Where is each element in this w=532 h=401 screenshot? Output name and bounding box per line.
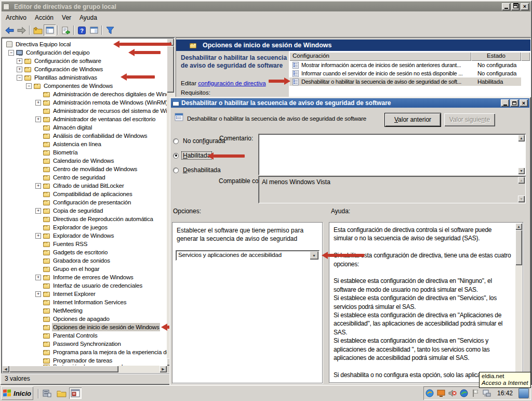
tree-item-label[interactable]: Compatibilidad de aplicaciones [52, 190, 134, 198]
tree-expander-icon[interactable]: − [26, 83, 32, 89]
tree-item-label[interactable]: Análisis de confiabilidad de Windows [52, 132, 148, 140]
tree-item[interactable]: Compatibilidad de aplicaciones [2, 190, 167, 198]
network-globe-icon[interactable] [460, 389, 469, 398]
tree-item[interactable]: + Internet Explorer [2, 290, 167, 298]
tree-hscroll-thumb[interactable] [9, 366, 118, 372]
tree-item[interactable]: Programa para la mejora de la experienci… [2, 348, 167, 356]
tree-item[interactable]: − Componentes de Windows [2, 82, 167, 90]
tree-item[interactable]: Grabadora de sonidos [2, 256, 167, 265]
tree-item-label[interactable]: Explorador de Windows [52, 231, 115, 240]
edit-policy-link[interactable]: configuración de directiva [198, 80, 265, 86]
tree-expander-icon[interactable]: + [35, 275, 41, 280]
tree-item-label[interactable]: Internet Explorer [52, 290, 97, 298]
tree-item[interactable]: Interfaz de usuario de credenciales [2, 281, 167, 290]
tree-item[interactable]: + Configuración de software [2, 57, 167, 65]
policy-name[interactable]: Deshabilitar o habilitar la secuencia de… [301, 79, 473, 85]
tree-item-label[interactable]: Copia de seguridad [52, 206, 104, 215]
tree-item-label[interactable]: Gadgets de escritorio [52, 248, 109, 256]
tree-item-label[interactable]: Administración de derechos digitales de … [52, 90, 167, 98]
tree-item[interactable]: Password Synchronization [2, 340, 167, 348]
dialog-minimize-button[interactable] [501, 99, 509, 107]
next-setting-button[interactable]: Valor siguiente [444, 113, 495, 126]
column-estado[interactable]: Estado [471, 52, 521, 61]
radio-option[interactable]: No configurada [173, 137, 226, 145]
tree-item[interactable]: Fuentes RSS [2, 240, 167, 248]
help-scroll-thumb[interactable] [515, 230, 522, 265]
dialog-maximize-button[interactable] [510, 99, 518, 107]
policy-list-row[interactable]: Deshabilitar o habilitar la secuencia de… [289, 77, 521, 86]
tree-item-label[interactable]: Interfaz de usuario de credenciales [52, 281, 143, 290]
radio-option[interactable]: Deshabilitada [173, 166, 222, 174]
tree-item-label[interactable]: Almacén digital [52, 123, 93, 132]
tree-expander-icon[interactable]: + [35, 208, 41, 214]
dialog-close-button[interactable]: × [520, 99, 528, 107]
show-tree-icon[interactable] [32, 24, 44, 36]
scroll-right-icon[interactable]: ▶ [159, 366, 167, 372]
tree-item[interactable]: + Configuración de Windows [2, 65, 167, 73]
radio-label[interactable]: No configurada [182, 137, 226, 145]
tree-item[interactable]: Almacén digital [2, 123, 167, 132]
comment-textarea[interactable]: ▲ ▼ [258, 134, 526, 175]
tree-expander-icon[interactable]: + [35, 233, 41, 239]
tree-item-label[interactable]: Programa para la mejora de la experienci… [52, 348, 167, 356]
tree-item-label[interactable]: Administración remota de Windows (WinRM) [52, 98, 167, 107]
tree-item[interactable]: Opciones de apagado [2, 315, 167, 323]
tree-item-label[interactable]: Calendario de Windows [52, 157, 115, 165]
tree-item-label[interactable]: Configuración del equipo [25, 48, 90, 57]
tree-item[interactable]: Biometría [2, 148, 167, 157]
extended-view-icon[interactable] [88, 24, 100, 36]
tree-item[interactable]: Asistencia en línea [2, 140, 167, 148]
tree-item-label[interactable]: Password Synchronization [52, 340, 122, 348]
minimize-button[interactable] [502, 3, 510, 10]
tree-item-label[interactable]: Directivas de Reproducción automática [52, 215, 154, 223]
tree-item[interactable]: Análisis de confiabilidad de Windows [2, 132, 167, 140]
sas-dropdown[interactable]: Servicios y aplicaciones de accesibilida… [176, 250, 320, 261]
tree-item-label[interactable]: Asistencia en línea [52, 140, 102, 148]
tree-item-label[interactable]: Directiva Equipo local [15, 40, 72, 48]
tree-item[interactable]: Administración de derechos digitales de … [2, 90, 167, 98]
tree-item-label[interactable]: Centro de seguridad [52, 173, 106, 182]
tree-item-label[interactable]: Grupo en el hogar [52, 265, 100, 273]
tree-item[interactable]: + Copia de seguridad [2, 206, 167, 215]
tree-item[interactable]: Administrador de recursos del sistema de… [2, 107, 167, 115]
tree-item[interactable]: Gadgets de escritorio [2, 248, 167, 256]
menu-archivo[interactable]: Archivo [2, 13, 31, 22]
tree-expander-icon[interactable]: + [35, 291, 41, 297]
help-icon[interactable]: ? [76, 24, 88, 36]
tree-expander-icon[interactable]: + [35, 117, 41, 122]
tree-item-label[interactable]: Parental Controls [52, 331, 98, 340]
taskbar-clock[interactable]: 16:42 [494, 390, 516, 397]
tree-item[interactable]: NetMeeting [2, 306, 167, 315]
tree-item[interactable]: Opciones de inicio de sesión de Windows [2, 323, 167, 331]
menu-accion[interactable]: Acción [31, 13, 58, 22]
menu-ver[interactable]: Ver [58, 13, 75, 22]
tree-expander-icon[interactable]: − [17, 75, 22, 81]
tree-item[interactable]: + Explorador de Windows [2, 231, 167, 240]
tree-expander-icon[interactable]: + [35, 183, 41, 189]
back-icon[interactable] [4, 24, 16, 36]
radio-option[interactable]: Habilitada [173, 152, 211, 159]
tree-item[interactable]: Centro de seguridad [2, 173, 167, 182]
previous-setting-button[interactable]: Valor anterior [385, 113, 441, 126]
tree-item-label[interactable]: Plantillas administrativas [33, 73, 98, 82]
flag-icon[interactable] [471, 389, 480, 398]
tree-item[interactable]: Configuración de presentación [2, 198, 167, 206]
column-configuracion[interactable]: Configuración [289, 52, 471, 61]
tree-item-label[interactable]: NetMeeting [52, 306, 84, 315]
filter-icon[interactable] [104, 24, 116, 36]
radio-icon[interactable] [173, 153, 179, 159]
tree-item-label[interactable]: Administrador de recursos del sistema de… [52, 107, 167, 115]
tree-item[interactable]: Parental Controls [2, 331, 167, 340]
tree-item-label[interactable]: Configuración de Windows [33, 65, 104, 73]
tree-expander-icon[interactable]: + [17, 58, 22, 64]
server-manager-icon[interactable] [41, 387, 53, 399]
gpedit-taskbar-button[interactable] [69, 387, 82, 399]
start-button[interactable]: Inicio [1, 386, 33, 400]
tree-item[interactable]: Calendario de Windows [2, 157, 167, 165]
folder-shortcut-icon[interactable] [55, 387, 68, 399]
menu-ayuda[interactable]: Ayuda [75, 13, 101, 22]
tree-expander-icon[interactable]: + [35, 100, 41, 106]
tree-item-label[interactable]: Configuración de presentación [52, 198, 132, 206]
show-desktop-button[interactable] [518, 388, 529, 398]
tree-item-label[interactable]: Explorador de juegos [52, 223, 109, 231]
